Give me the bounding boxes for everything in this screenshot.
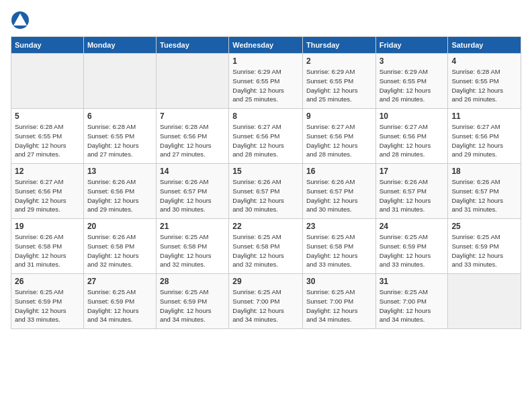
day-info: Sunrise: 6:25 AM Sunset: 6:59 PM Dayligh… xyxy=(87,287,152,324)
header-sunday: Sunday xyxy=(11,37,84,54)
day-number: 21 xyxy=(160,222,225,231)
calendar-week-2: 5Sunrise: 6:28 AM Sunset: 6:55 PM Daylig… xyxy=(11,109,521,164)
day-info: Sunrise: 6:27 AM Sunset: 6:56 PM Dayligh… xyxy=(451,122,517,159)
calendar-cell: 13Sunrise: 6:26 AM Sunset: 6:56 PM Dayli… xyxy=(83,164,156,219)
day-number: 3 xyxy=(380,56,445,66)
day-number: 25 xyxy=(451,222,517,231)
calendar-cell: 2Sunrise: 6:29 AM Sunset: 6:55 PM Daylig… xyxy=(302,54,375,109)
day-number: 7 xyxy=(160,111,225,121)
day-number: 1 xyxy=(232,56,299,66)
day-number: 15 xyxy=(232,167,299,176)
day-info: Sunrise: 6:26 AM Sunset: 6:56 PM Dayligh… xyxy=(87,177,152,214)
calendar-cell: 14Sunrise: 6:26 AM Sunset: 6:57 PM Dayli… xyxy=(157,164,229,219)
calendar-cell: 17Sunrise: 6:26 AM Sunset: 6:57 PM Dayli… xyxy=(375,164,448,219)
day-number: 24 xyxy=(380,222,445,231)
day-number: 29 xyxy=(232,277,299,286)
calendar-cell: 30Sunrise: 6:25 AM Sunset: 7:00 PM Dayli… xyxy=(302,274,375,329)
day-number: 10 xyxy=(380,111,445,121)
day-number: 23 xyxy=(306,222,372,231)
day-info: Sunrise: 6:26 AM Sunset: 6:57 PM Dayligh… xyxy=(451,177,517,214)
calendar-cell: 18Sunrise: 6:26 AM Sunset: 6:57 PM Dayli… xyxy=(448,164,521,219)
day-info: Sunrise: 6:26 AM Sunset: 6:57 PM Dayligh… xyxy=(232,177,299,214)
day-number: 16 xyxy=(306,167,372,176)
calendar-cell: 23Sunrise: 6:25 AM Sunset: 6:58 PM Dayli… xyxy=(302,219,375,274)
calendar-cell: 7Sunrise: 6:28 AM Sunset: 6:56 PM Daylig… xyxy=(157,109,229,164)
header-friday: Friday xyxy=(375,37,448,54)
day-info: Sunrise: 6:26 AM Sunset: 6:58 PM Dayligh… xyxy=(87,232,152,269)
day-number: 31 xyxy=(380,277,445,286)
day-info: Sunrise: 6:28 AM Sunset: 6:56 PM Dayligh… xyxy=(160,122,225,159)
day-info: Sunrise: 6:25 AM Sunset: 6:58 PM Dayligh… xyxy=(160,232,225,269)
calendar-cell: 21Sunrise: 6:25 AM Sunset: 6:58 PM Dayli… xyxy=(157,219,229,274)
day-number: 12 xyxy=(15,167,80,176)
header-wednesday: Wednesday xyxy=(229,37,303,54)
calendar-week-3: 12Sunrise: 6:27 AM Sunset: 6:56 PM Dayli… xyxy=(11,164,521,219)
calendar-cell: 12Sunrise: 6:27 AM Sunset: 6:56 PM Dayli… xyxy=(11,164,84,219)
calendar-cell: 19Sunrise: 6:26 AM Sunset: 6:58 PM Dayli… xyxy=(11,219,84,274)
calendar-cell: 5Sunrise: 6:28 AM Sunset: 6:55 PM Daylig… xyxy=(11,109,84,164)
calendar-week-4: 19Sunrise: 6:26 AM Sunset: 6:58 PM Dayli… xyxy=(11,219,521,274)
day-info: Sunrise: 6:26 AM Sunset: 6:57 PM Dayligh… xyxy=(380,177,445,214)
day-number: 4 xyxy=(451,56,517,66)
calendar-cell: 8Sunrise: 6:27 AM Sunset: 6:56 PM Daylig… xyxy=(229,109,303,164)
day-info: Sunrise: 6:29 AM Sunset: 6:55 PM Dayligh… xyxy=(232,67,299,104)
calendar-cell: 29Sunrise: 6:25 AM Sunset: 7:00 PM Dayli… xyxy=(229,274,303,329)
day-number: 18 xyxy=(451,167,517,176)
day-number: 20 xyxy=(87,222,152,231)
day-info: Sunrise: 6:25 AM Sunset: 7:00 PM Dayligh… xyxy=(380,287,445,324)
calendar-header-row: SundayMondayTuesdayWednesdayThursdayFrid… xyxy=(11,37,521,54)
day-info: Sunrise: 6:28 AM Sunset: 6:55 PM Dayligh… xyxy=(15,122,80,159)
calendar-cell: 3Sunrise: 6:29 AM Sunset: 6:55 PM Daylig… xyxy=(375,54,448,109)
header-tuesday: Tuesday xyxy=(157,37,229,54)
day-info: Sunrise: 6:26 AM Sunset: 6:58 PM Dayligh… xyxy=(15,232,80,269)
logo-icon xyxy=(11,11,30,30)
day-number: 9 xyxy=(306,111,372,121)
header-thursday: Thursday xyxy=(302,37,375,54)
calendar-cell: 11Sunrise: 6:27 AM Sunset: 6:56 PM Dayli… xyxy=(448,109,521,164)
logo xyxy=(11,11,32,30)
calendar-cell: 1Sunrise: 6:29 AM Sunset: 6:55 PM Daylig… xyxy=(229,54,303,109)
calendar-cell xyxy=(448,274,521,329)
day-info: Sunrise: 6:28 AM Sunset: 6:55 PM Dayligh… xyxy=(87,122,152,159)
day-number: 27 xyxy=(87,277,152,286)
day-info: Sunrise: 6:25 AM Sunset: 6:58 PM Dayligh… xyxy=(232,232,299,269)
day-number: 5 xyxy=(15,111,80,121)
day-info: Sunrise: 6:28 AM Sunset: 6:55 PM Dayligh… xyxy=(451,67,517,104)
calendar-cell: 9Sunrise: 6:27 AM Sunset: 6:56 PM Daylig… xyxy=(302,109,375,164)
calendar-week-1: 1Sunrise: 6:29 AM Sunset: 6:55 PM Daylig… xyxy=(11,54,521,109)
day-info: Sunrise: 6:27 AM Sunset: 6:56 PM Dayligh… xyxy=(232,122,299,159)
day-info: Sunrise: 6:26 AM Sunset: 6:57 PM Dayligh… xyxy=(160,177,225,214)
day-number: 13 xyxy=(87,167,152,176)
calendar-cell: 31Sunrise: 6:25 AM Sunset: 7:00 PM Dayli… xyxy=(375,274,448,329)
day-info: Sunrise: 6:25 AM Sunset: 6:59 PM Dayligh… xyxy=(160,287,225,324)
page-header xyxy=(11,11,521,30)
day-number: 30 xyxy=(306,277,372,286)
calendar-cell: 15Sunrise: 6:26 AM Sunset: 6:57 PM Dayli… xyxy=(229,164,303,219)
day-number: 2 xyxy=(306,56,372,66)
calendar-cell xyxy=(83,54,156,109)
calendar-cell: 26Sunrise: 6:25 AM Sunset: 6:59 PM Dayli… xyxy=(11,274,84,329)
day-info: Sunrise: 6:29 AM Sunset: 6:55 PM Dayligh… xyxy=(306,67,372,104)
calendar-table: SundayMondayTuesdayWednesdayThursdayFrid… xyxy=(11,36,521,329)
day-number: 6 xyxy=(87,111,152,121)
day-info: Sunrise: 6:29 AM Sunset: 6:55 PM Dayligh… xyxy=(380,67,445,104)
day-info: Sunrise: 6:27 AM Sunset: 6:56 PM Dayligh… xyxy=(306,122,372,159)
calendar-cell: 6Sunrise: 6:28 AM Sunset: 6:55 PM Daylig… xyxy=(83,109,156,164)
header-monday: Monday xyxy=(83,37,156,54)
calendar-cell: 27Sunrise: 6:25 AM Sunset: 6:59 PM Dayli… xyxy=(83,274,156,329)
day-number: 28 xyxy=(160,277,225,286)
day-number: 14 xyxy=(160,167,225,176)
day-number: 11 xyxy=(451,111,517,121)
calendar-cell: 28Sunrise: 6:25 AM Sunset: 6:59 PM Dayli… xyxy=(157,274,229,329)
day-info: Sunrise: 6:27 AM Sunset: 6:56 PM Dayligh… xyxy=(15,177,80,214)
day-number: 19 xyxy=(15,222,80,231)
calendar-week-5: 26Sunrise: 6:25 AM Sunset: 6:59 PM Dayli… xyxy=(11,274,521,329)
day-number: 22 xyxy=(232,222,299,231)
day-info: Sunrise: 6:25 AM Sunset: 7:00 PM Dayligh… xyxy=(306,287,372,324)
calendar-cell: 24Sunrise: 6:25 AM Sunset: 6:59 PM Dayli… xyxy=(375,219,448,274)
calendar-cell: 16Sunrise: 6:26 AM Sunset: 6:57 PM Dayli… xyxy=(302,164,375,219)
calendar-cell: 25Sunrise: 6:25 AM Sunset: 6:59 PM Dayli… xyxy=(448,219,521,274)
header-saturday: Saturday xyxy=(448,37,521,54)
day-number: 26 xyxy=(15,277,80,286)
day-number: 8 xyxy=(232,111,299,121)
